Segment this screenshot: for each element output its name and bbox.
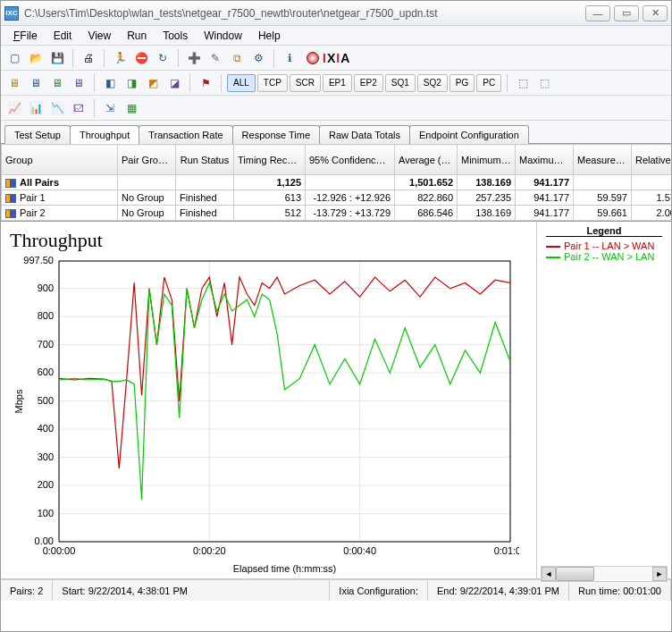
filter-scr-button[interactable]: SCR (290, 74, 321, 92)
tab-transaction-rate[interactable]: Transaction Rate (139, 125, 232, 144)
stop-icon[interactable]: ⛔ (131, 48, 151, 68)
toolbar-3: 📈 📊 📉 🗠 ⇲ ▦ (1, 96, 671, 121)
menu-window[interactable]: Window (197, 28, 249, 44)
col-group[interactable]: Group (2, 145, 118, 175)
col-min[interactable]: Minimum (Mbps) (458, 145, 516, 175)
tab-response-time[interactable]: Response Time (232, 125, 320, 144)
svg-text:0:01:00: 0:01:00 (494, 545, 519, 556)
tool-1-icon[interactable]: ◧ (100, 73, 120, 93)
filter-pg-button[interactable]: PG (449, 74, 475, 92)
minimize-button[interactable]: — (585, 5, 610, 21)
svg-text:500: 500 (38, 395, 54, 406)
tab-endpoint-configuration[interactable]: Endpoint Configuration (409, 125, 529, 144)
statusbar: Pairs: 2 Start: 9/22/2014, 4:38:01 PM Ix… (1, 579, 671, 601)
save-icon[interactable]: 💾 (47, 48, 67, 68)
titlebar: IXC C:\Users\Tim\Desktop\wlan_tests\netg… (1, 1, 671, 26)
filter-pc-button[interactable]: PC (476, 74, 501, 92)
table-row[interactable]: All Pairs1,1251,501.652138.169941.177 (2, 175, 673, 190)
legend-item[interactable]: Pair 2 -- WAN > LAN (541, 251, 668, 262)
open-icon[interactable]: 📂 (26, 48, 46, 68)
tabstrip: Test Setup Throughput Transaction Rate R… (1, 121, 671, 144)
settings-icon[interactable]: ⚙ (248, 48, 268, 68)
table-row[interactable]: Pair 2No GroupFinished512-13.729 : +13.7… (2, 206, 673, 221)
legend-panel: Legend Pair 1 -- LAN > WANPair 2 -- WAN … (537, 222, 671, 578)
copy-pair-icon[interactable]: ⧉ (227, 48, 247, 68)
scroll-left-icon[interactable]: ◄ (542, 567, 556, 581)
menu-tools[interactable]: Tools (155, 28, 195, 44)
monitor-d-icon[interactable]: 🖥 (69, 73, 88, 93)
scroll-right-icon[interactable]: ► (652, 567, 667, 581)
tab-raw-data-totals[interactable]: Raw Data Totals (319, 125, 410, 144)
svg-text:900: 900 (38, 282, 54, 293)
tab-test-setup[interactable]: Test Setup (4, 125, 71, 144)
chart-b-icon[interactable]: 📊 (26, 98, 46, 118)
print-icon[interactable]: 🖨 (79, 48, 98, 68)
edit-pair-icon[interactable]: ✎ (206, 48, 225, 68)
info-icon[interactable]: ℹ (280, 48, 299, 68)
app-icon: IXC (4, 6, 19, 21)
col-prec[interactable]: Relative Precision (632, 145, 673, 175)
monitor-b-icon[interactable]: 🖥 (26, 73, 46, 93)
filter-tcp-button[interactable]: TCP (257, 74, 288, 92)
chart-d-icon[interactable]: 🗠 (69, 98, 88, 118)
table-row[interactable]: Pair 1No GroupFinished613-12.926 : +12.9… (2, 190, 673, 206)
col-runstatus[interactable]: Run Status (176, 145, 234, 175)
filter-ep1-button[interactable]: EP1 (323, 74, 352, 92)
new-icon[interactable]: ▢ (4, 48, 24, 68)
status-runtime: Run time: 00:01:00 (569, 580, 671, 601)
filter-sq2-button[interactable]: SQ2 (417, 74, 448, 92)
status-pairs: Pairs: 2 (1, 580, 53, 601)
maximize-button[interactable]: ▭ (614, 5, 639, 21)
monitor-c-icon[interactable]: 🖥 (47, 73, 67, 93)
export-icon[interactable]: ⇲ (100, 98, 120, 118)
chart-area: Throughput 0.001002003004005006007008009… (1, 222, 537, 578)
config-a-icon[interactable]: ⬚ (513, 73, 533, 93)
col-meas[interactable]: Measured Time (sec) (574, 145, 632, 175)
status-end: End: 9/22/2014, 4:39:01 PM (428, 580, 569, 601)
menu-help[interactable]: Help (251, 28, 288, 44)
flag-icon[interactable]: ⚑ (196, 73, 215, 93)
ixia-logo: IXIA (307, 51, 350, 65)
tab-throughput[interactable]: Throughput (70, 125, 139, 144)
legend-scrollbar[interactable]: ◄ ► (541, 566, 668, 582)
window-title: C:\Users\Tim\Desktop\wlan_tests\netgear_… (24, 7, 585, 20)
filter-sq1-button[interactable]: SQ1 (385, 74, 416, 92)
config-b-icon[interactable]: ⬚ (534, 73, 554, 93)
svg-text:300: 300 (38, 451, 54, 462)
svg-text:0:00:20: 0:00:20 (193, 545, 226, 556)
legend-header: Legend (546, 225, 662, 237)
menu-view[interactable]: View (80, 28, 118, 44)
toolbar-1: ▢ 📂 💾 🖨 🏃 ⛔ ↻ ➕ ✎ ⧉ ⚙ ℹ IXIA (1, 46, 671, 71)
svg-text:400: 400 (38, 423, 54, 434)
tool-3-icon[interactable]: ◩ (143, 73, 163, 93)
svg-text:0:00:00: 0:00:00 (43, 545, 76, 556)
menu-run[interactable]: Run (120, 28, 154, 44)
layout-icon[interactable]: ▦ (122, 98, 141, 118)
refresh-icon[interactable]: ↻ (153, 48, 172, 68)
status-ixia-config: Ixia Configuration: (330, 580, 428, 601)
filter-all-button[interactable]: ALL (227, 74, 256, 92)
col-avg[interactable]: Average (Mbps) (395, 145, 458, 175)
legend-item[interactable]: Pair 1 -- LAN > WAN (541, 240, 668, 251)
monitor-a-icon[interactable]: 🖥 (4, 73, 24, 93)
svg-text:800: 800 (38, 310, 54, 321)
col-pairgroup[interactable]: Pair Group Name (118, 145, 176, 175)
col-conf[interactable]: 95% Confidence Interval (306, 145, 395, 175)
chart-a-icon[interactable]: 📈 (4, 98, 24, 118)
tool-4-icon[interactable]: ◪ (164, 73, 184, 93)
run-icon[interactable]: 🏃 (110, 48, 130, 68)
svg-text:Elapsed time (h:mm:ss): Elapsed time (h:mm:ss) (233, 563, 337, 574)
menubar: FFile Edit View Run Tools Window Help (1, 26, 671, 46)
pair-icon (5, 209, 16, 218)
close-button[interactable]: ✕ (643, 5, 668, 21)
col-timing[interactable]: Timing Records Completed (234, 145, 306, 175)
svg-text:0:00:40: 0:00:40 (343, 545, 376, 556)
add-pair-icon[interactable]: ➕ (184, 48, 204, 68)
menu-file[interactable]: FFile (6, 28, 45, 44)
menu-edit[interactable]: Edit (46, 28, 80, 44)
tool-2-icon[interactable]: ◨ (122, 73, 141, 93)
filter-ep2-button[interactable]: EP2 (354, 74, 383, 92)
svg-rect-30 (59, 261, 510, 542)
col-max[interactable]: Maximum (Mbps) (516, 145, 574, 175)
chart-c-icon[interactable]: 📉 (47, 98, 67, 118)
